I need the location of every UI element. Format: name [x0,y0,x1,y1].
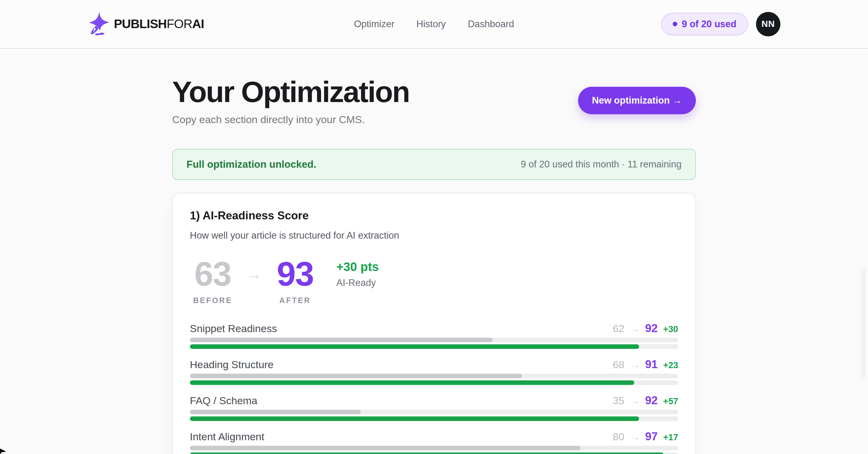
metric-values: 35 → 92 +57 [613,394,678,407]
metric-before-value: 80 [613,431,624,443]
metric-after-value: 97 [645,430,658,443]
metric-delta-value: +57 [663,396,678,406]
brand-part-for: FOR [167,17,192,31]
metric-after-value: 91 [645,358,658,371]
metric-after-bar-fill [190,452,663,454]
score-delta-points: +30 pts [336,260,379,274]
scrollbar[interactable] [861,269,866,379]
unlock-banner-usage: 9 of 20 used this month · 11 remaining [521,159,682,170]
metric-row: Snippet Readiness 62 → 92 +30 [190,322,678,349]
brand-wordmark: PUBLISHFORAI [114,17,204,31]
brand-part-ai: AI [192,17,204,31]
metric-values: 62 → 92 +30 [613,322,678,335]
score-after-value: 93 [272,257,318,291]
usage-badge: 9 of 20 used [661,13,748,35]
metric-before-bar-track [190,374,678,378]
score-after-label: AFTER [272,296,318,305]
page-title: Your Optimization [172,76,409,108]
metric-delta-value: +23 [663,360,678,370]
nav-item-optimizer[interactable]: Optimizer [354,19,395,30]
metric-before-value: 68 [613,359,624,371]
metric-before-bar-fill [190,374,522,378]
sparkle-pen-icon [88,11,111,37]
metric-before-bar-fill [190,410,361,414]
metric-header: Intent Alignment 80 → 97 +17 [190,430,678,443]
metric-header: FAQ / Schema 35 → 92 +57 [190,394,678,407]
metrics-list: Snippet Readiness 62 → 92 +30 Heading St… [190,322,678,454]
metric-after-bar-fill [190,344,639,349]
metric-label: Intent Alignment [190,431,264,443]
metric-label: Snippet Readiness [190,323,277,335]
new-optimization-button[interactable]: New optimization → [578,87,696,114]
main-nav: Optimizer History Dashboard [354,19,514,30]
metric-before-value: 35 [613,395,624,407]
nav-item-history[interactable]: History [416,19,445,30]
brand-logo[interactable]: PUBLISHFORAI [88,11,204,37]
arrow-right-icon: → [630,431,640,443]
hero-section: Your Optimization Copy each section dire… [172,76,696,125]
metric-after-value: 92 [645,394,658,407]
metric-row: FAQ / Schema 35 → 92 +57 [190,394,678,421]
top-navbar: PUBLISHFORAI Optimizer History Dashboard… [0,0,868,49]
arrow-right-icon: → [630,395,640,407]
score-after: 93 AFTER [272,257,318,305]
arrow-right-icon: → [630,323,640,335]
hero-text: Your Optimization Copy each section dire… [172,76,409,125]
usage-dot-icon [673,22,677,26]
metric-after-bar-fill [190,417,639,421]
metric-before-bar-track [190,338,678,342]
score-delta-caption: AI-Ready [336,277,379,288]
metric-label: FAQ / Schema [190,395,257,407]
metric-after-bar-track [190,344,678,349]
nav-item-dashboard[interactable]: Dashboard [468,19,514,30]
mouse-cursor [0,444,11,454]
metric-before-bar-fill [190,446,581,450]
metric-before-value: 62 [613,323,624,335]
metric-before-bar-track [190,410,678,414]
score-before-value: 63 [190,257,236,291]
metric-after-bar-fill [190,380,634,385]
card-title: 1) AI-Readiness Score [190,209,678,222]
app-page: PUBLISHFORAI Optimizer History Dashboard… [0,0,868,454]
metric-header: Snippet Readiness 62 → 92 +30 [190,322,678,335]
ai-readiness-card: 1) AI-Readiness Score How well your arti… [172,193,696,454]
metric-after-value: 92 [645,322,658,335]
unlock-banner-title: Full optimization unlocked. [186,159,316,170]
metric-row: Intent Alignment 80 → 97 +17 [190,430,678,454]
header-right: 9 of 20 used NN [661,12,780,36]
metric-before-bar-fill [190,338,493,342]
metric-row: Heading Structure 68 → 91 +23 [190,358,678,385]
score-before: 63 BEFORE [190,257,236,305]
metric-before-bar-track [190,446,678,450]
score-before-label: BEFORE [190,296,236,305]
metric-after-bar-track [190,380,678,385]
metric-header: Heading Structure 68 → 91 +23 [190,358,678,371]
arrow-right-icon: → [246,265,262,283]
metric-label: Heading Structure [190,359,274,371]
metric-values: 68 → 91 +23 [613,358,678,371]
page-subtitle: Copy each section directly into your CMS… [172,114,409,125]
usage-badge-label: 9 of 20 used [682,19,737,30]
avatar-initials: NN [762,19,775,29]
metric-delta-value: +30 [663,324,678,334]
unlock-banner: Full optimization unlocked. 9 of 20 used… [172,149,696,180]
score-summary: 63 BEFORE → 93 AFTER +30 pts AI-Ready [190,257,678,305]
metric-delta-value: +17 [663,432,678,443]
card-description: How well your article is structured for … [190,230,678,241]
brand-part-publish: PUBLISH [114,17,167,31]
metric-after-bar-track [190,452,678,454]
metric-after-bar-track [190,417,678,421]
score-delta: +30 pts AI-Ready [336,257,379,288]
metric-values: 80 → 97 +17 [613,430,678,443]
user-avatar[interactable]: NN [756,12,780,36]
arrow-right-icon: → [630,359,640,371]
main-content: Your Optimization Copy each section dire… [172,76,696,454]
